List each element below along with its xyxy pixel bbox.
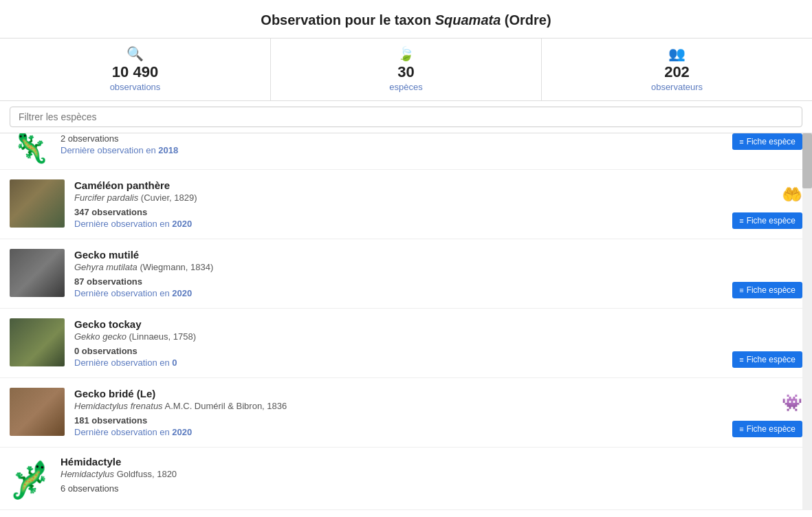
list-icon: ≡ <box>739 217 743 225</box>
page-title: Observation pour le taxon Squamata (Ordr… <box>0 0 812 38</box>
observers-label: observateurs <box>651 82 703 92</box>
observations-count: 10 490 <box>14 63 256 81</box>
species-name-cameleon: Caméléon panthère <box>74 179 720 191</box>
gecko-silhouette-icon: 🦎 <box>12 133 50 165</box>
stat-species: 🍃 30 espèces <box>271 38 542 100</box>
list-icon: ≡ <box>739 286 743 294</box>
fiche-espece-button-gecko-tockay[interactable]: ≡ Fiche espèce <box>732 351 802 368</box>
species-item-gecko-mutile: Gecko mutilé Gehyra mutilata (Wiegmann, … <box>0 239 812 309</box>
species-obs-count-cameleon: 347 observations <box>74 207 720 217</box>
hemidactyle-thumb: 🦎 <box>10 456 51 504</box>
species-obs-count-gecko-mutile: 87 observations <box>74 276 720 287</box>
hemidactyle-latin: Hemidactylus Goldfuss, 1820 <box>61 469 802 479</box>
scrollbar-thumb[interactable] <box>802 133 812 188</box>
species-filter-input[interactable] <box>10 107 802 127</box>
fiche-espece-button-cameleon[interactable]: ≡ Fiche espèce <box>732 212 802 229</box>
species-obs-count-gecko-tockay: 0 observations <box>74 346 720 356</box>
hemidactyle-name: Hémidactyle <box>61 456 802 468</box>
stat-observations: 🔍 10 490 observations <box>0 38 271 100</box>
hemidactyle-info: Hémidactyle Hemidactylus Goldfuss, 1820 … <box>61 456 802 495</box>
species-thumb-cameleon <box>10 179 65 228</box>
list-icon: ≡ <box>739 425 743 433</box>
species-actions-cameleon: 🤲 ≡ Fiche espèce <box>720 185 802 229</box>
species-container: Caméléon panthère Furcifer pardalis (Cuv… <box>0 170 812 448</box>
species-list: 🦎 2 observations Dernière observation en… <box>0 133 812 510</box>
list-icon: ≡ <box>739 138 743 146</box>
species-obs-count-gecko-bride: 181 observations <box>74 415 720 426</box>
species-name-gecko-tockay: Gecko tockay <box>74 318 720 330</box>
stats-bar: 🔍 10 490 observations 🍃 30 espèces 👥 202… <box>0 38 812 101</box>
scrollbar[interactable] <box>802 133 812 510</box>
species-thumb-gecko-bride <box>10 388 65 436</box>
species-item-gecko-tockay: Gecko tockay Gekko gecko (Linnaeus, 1758… <box>0 309 812 378</box>
species-latin-gecko-bride: Hemidactylus frenatus A.M.C. Duméril & B… <box>74 401 720 411</box>
observers-icon: 👥 <box>556 45 798 62</box>
fiche-espece-button-gecko-bride[interactable]: ≡ Fiche espèce <box>732 421 802 437</box>
fiche-espece-button-gecko-mutile[interactable]: ≡ Fiche espèce <box>732 282 802 298</box>
species-item-gecko-bride: Gecko bridé (Le) Hemidactylus frenatus A… <box>0 378 812 448</box>
filter-bar <box>0 101 812 133</box>
partial-obs-count: 2 observations <box>61 133 732 144</box>
species-name-gecko-bride: Gecko bridé (Le) <box>74 388 720 399</box>
hemidactyle-obs: 6 observations <box>61 483 802 494</box>
species-name-gecko-mutile: Gecko mutilé <box>74 249 720 261</box>
partial-top-item: 🦎 2 observations Dernière observation en… <box>0 133 812 170</box>
partial-last-obs: Dernière observation en 2018 <box>61 145 732 155</box>
species-last-obs-gecko-tockay: Dernière observation en 0 <box>74 358 720 368</box>
partial-actions: ≡ Fiche espèce <box>732 133 802 153</box>
species-badge-gecko-bride: 👾 <box>782 393 802 412</box>
species-last-obs-gecko-mutile: Dernière observation en 2020 <box>74 288 720 298</box>
search-icon: 🔍 <box>14 45 256 62</box>
species-item-cameleon: Caméléon panthère Furcifer pardalis (Cuv… <box>0 170 812 239</box>
species-latin-gecko-mutile: Gehyra mutilata (Wiegmann, 1834) <box>74 262 720 272</box>
gecko-large-icon: 🦎 <box>10 459 51 501</box>
observations-label: observations <box>110 82 161 92</box>
partial-info: 2 observations Dernière observation en 2… <box>61 133 732 155</box>
species-badge-cameleon: 🤲 <box>782 185 802 204</box>
species-latin-cameleon: Furcifer pardalis (Cuvier, 1829) <box>74 192 720 203</box>
species-actions-gecko-tockay: ≡ Fiche espèce <box>720 351 802 368</box>
observers-count: 202 <box>556 63 798 81</box>
species-last-obs-gecko-bride: Dernière observation en 2020 <box>74 427 720 437</box>
species-latin-gecko-tockay: Gekko gecko (Linnaeus, 1758) <box>74 331 720 342</box>
list-icon: ≡ <box>739 355 743 364</box>
leaf-icon: 🍃 <box>285 45 527 62</box>
species-label: espèces <box>389 82 422 92</box>
species-actions-gecko-mutile: ≡ Fiche espèce <box>720 282 802 298</box>
species-actions-gecko-bride: 👾 ≡ Fiche espèce <box>720 393 802 437</box>
species-thumb-gecko-tockay <box>10 318 65 366</box>
stat-observers: 👥 202 observateurs <box>542 38 812 100</box>
partial-thumb: 🦎 <box>10 133 51 161</box>
bottom-partial-item: 🦎 Hémidactyle Hemidactylus Goldfuss, 182… <box>0 448 812 510</box>
species-info-gecko-bride: Gecko bridé (Le) Hemidactylus frenatus A… <box>74 388 720 437</box>
species-info-gecko-mutile: Gecko mutilé Gehyra mutilata (Wiegmann, … <box>74 249 720 298</box>
species-count: 30 <box>285 63 527 81</box>
fiche-espece-button-partial[interactable]: ≡ Fiche espèce <box>732 133 802 150</box>
species-info-cameleon: Caméléon panthère Furcifer pardalis (Cuv… <box>74 179 720 229</box>
species-thumb-gecko-mutile <box>10 249 65 297</box>
species-info-gecko-tockay: Gecko tockay Gekko gecko (Linnaeus, 1758… <box>74 318 720 368</box>
species-last-obs-cameleon: Dernière observation en 2020 <box>74 219 720 229</box>
